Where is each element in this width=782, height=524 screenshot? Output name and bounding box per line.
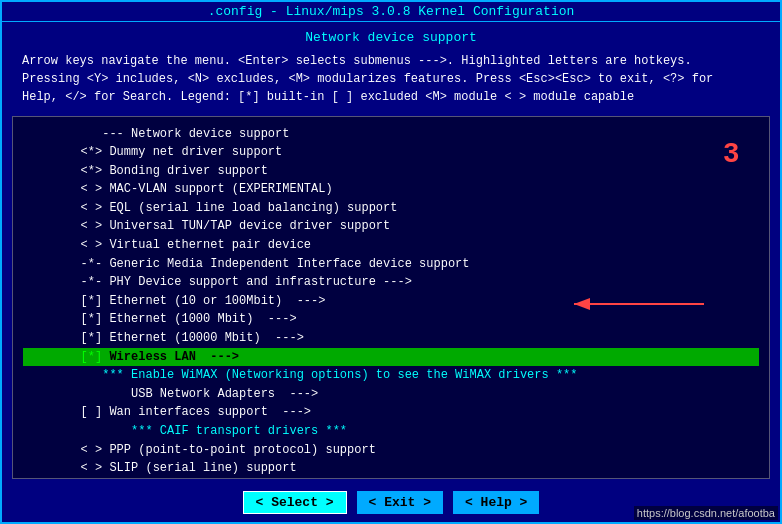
menu-item[interactable]: *** CAIF transport drivers *** [23,422,759,441]
menu-item[interactable]: USB Network Adapters ---> [23,385,759,404]
menu-item[interactable]: < > Universal TUN/TAP device driver supp… [23,217,759,236]
menu-item[interactable]: -*- PHY Device support and infrastructur… [23,273,759,292]
menu-item[interactable]: [*] Wireless LAN ---> [23,348,759,367]
arrow-annotation [564,292,714,317]
menu-item[interactable]: < > EQL (serial line load balancing) sup… [23,199,759,218]
content-area: --- Network device support <*> Dummy net… [12,116,770,480]
menu-item[interactable]: <*> Bonding driver support [23,162,759,181]
help-line2: Pressing <Y> includes, <N> excludes, <M>… [22,70,760,88]
menu-item[interactable]: < > Virtual ethernet pair device [23,236,759,255]
section-title: Network device support [22,28,760,48]
help-line3: Help, </> for Search. Legend: [*] built-… [22,88,760,106]
menu-item[interactable]: < > Network console logging support [23,478,759,479]
select-button[interactable]: < Select > [243,491,347,514]
menu-item[interactable]: < > PPP (point-to-point protocol) suppor… [23,441,759,460]
help-text-area: Network device support Arrow keys naviga… [2,22,780,112]
annotation-number: 3 [723,137,739,169]
menu-item[interactable]: -*- Generic Media Independent Interface … [23,255,759,274]
menu-item[interactable]: < > MAC-VLAN support (EXPERIMENTAL) [23,180,759,199]
help-line1: Arrow keys navigate the menu. <Enter> se… [22,52,760,70]
window-title: .config - Linux/mips 3.0.8 Kernel Config… [208,4,575,19]
help-button[interactable]: < Help > [453,491,539,514]
menu-item[interactable]: < > SLIP (serial line) support [23,459,759,478]
menu-item[interactable]: [*] Ethernet (10000 Mbit) ---> [23,329,759,348]
watermark: https://blog.csdn.net/afootba [634,506,778,520]
main-window: .config - Linux/mips 3.0.8 Kernel Config… [0,0,782,524]
menu-item[interactable]: <*> Dummy net driver support [23,143,759,162]
menu-item[interactable]: --- Network device support [23,125,759,144]
menu-item[interactable]: *** Enable WiMAX (Networking options) to… [23,366,759,385]
title-bar: .config - Linux/mips 3.0.8 Kernel Config… [2,2,780,22]
menu-item[interactable]: [ ] Wan interfaces support ---> [23,403,759,422]
exit-button[interactable]: < Exit > [357,491,443,514]
